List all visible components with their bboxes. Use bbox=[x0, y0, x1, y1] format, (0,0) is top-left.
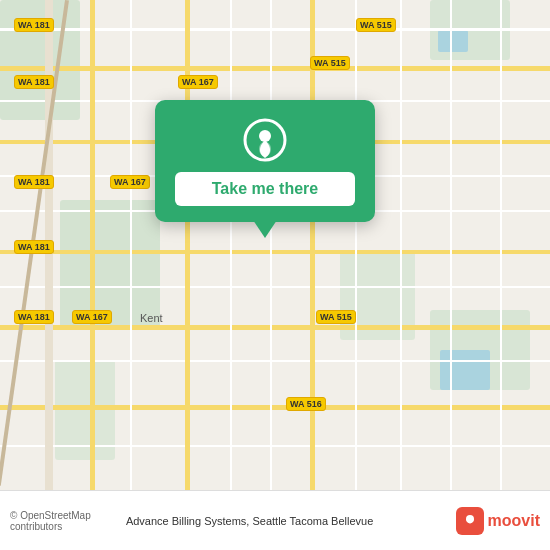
road-v10 bbox=[450, 0, 452, 490]
road-v2 bbox=[90, 0, 95, 490]
road-label-wa181-2: WA 181 bbox=[14, 75, 54, 89]
water-1 bbox=[438, 30, 468, 52]
copyright-text: © OpenStreetMap contributors bbox=[10, 510, 120, 532]
road-label-wa167-2: WA 167 bbox=[110, 175, 150, 189]
road-v11 bbox=[500, 0, 502, 490]
city-label-kent: Kent bbox=[140, 312, 163, 324]
road-label-wa167-1: WA 167 bbox=[178, 75, 218, 89]
moovit-text: moovit bbox=[488, 512, 540, 530]
road-h2 bbox=[0, 66, 550, 71]
road-v4 bbox=[185, 0, 190, 490]
road-h11 bbox=[0, 405, 550, 410]
road-v9 bbox=[400, 0, 402, 490]
map-container: WA 181 WA 181 WA 181 WA 181 WA 181 WA 16… bbox=[0, 0, 550, 490]
road-label-wa181-4: WA 181 bbox=[14, 240, 54, 254]
location-pin-icon bbox=[243, 118, 287, 162]
road-h7 bbox=[0, 250, 550, 254]
moovit-icon bbox=[456, 507, 484, 535]
road-label-wa515-3: WA 515 bbox=[316, 310, 356, 324]
road-v3 bbox=[130, 0, 132, 490]
road-v8 bbox=[355, 0, 357, 490]
moovit-logo: moovit bbox=[456, 507, 540, 535]
location-description: Advance Billing Systems, Seattle Tacoma … bbox=[120, 515, 456, 527]
road-h12 bbox=[0, 445, 550, 447]
road-label-wa181-1: WA 181 bbox=[14, 18, 54, 32]
road-v7 bbox=[310, 0, 315, 490]
road-label-wa181-5: WA 181 bbox=[14, 310, 54, 324]
take-me-there-button[interactable]: Take me there bbox=[175, 172, 355, 206]
road-label-wa515-2: WA 515 bbox=[310, 56, 350, 70]
road-h9 bbox=[0, 325, 550, 330]
water-2 bbox=[440, 350, 490, 390]
road-h8 bbox=[0, 286, 550, 288]
road-label-wa167-3: WA 167 bbox=[72, 310, 112, 324]
road-h10 bbox=[0, 360, 550, 362]
road-v5 bbox=[230, 0, 232, 490]
road-label-wa181-3: WA 181 bbox=[14, 175, 54, 189]
road-label-wa516: WA 516 bbox=[286, 397, 326, 411]
bottom-bar: © OpenStreetMap contributors Advance Bil… bbox=[0, 490, 550, 550]
popup-card: Take me there bbox=[155, 100, 375, 222]
road-label-wa515-1: WA 515 bbox=[356, 18, 396, 32]
road-h1 bbox=[0, 28, 550, 31]
road-v6 bbox=[270, 0, 272, 490]
